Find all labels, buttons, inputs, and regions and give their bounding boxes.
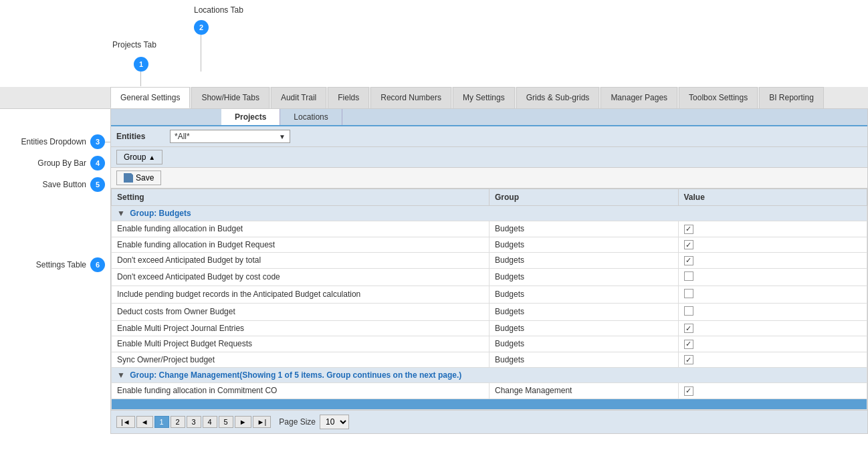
sub-tab-bar: Projects Locations xyxy=(111,109,867,126)
checkbox[interactable] xyxy=(684,340,693,349)
left-labels: Entities Dropdown 3 Group By Bar 4 Save … xyxy=(0,109,110,434)
table-row: Enable Multi Project Journal Entries Bud… xyxy=(112,320,867,336)
setting-cell: Enable funding allocation in Commitment … xyxy=(112,383,490,399)
checkbox[interactable] xyxy=(684,271,693,281)
outer-container: Locations Tab 2 Projects Tab 1 General S… xyxy=(0,0,868,452)
value-cell xyxy=(678,336,867,352)
group-cell: Budgets xyxy=(490,336,679,352)
col-header-value: Value xyxy=(678,189,867,206)
settings-table: Setting Group Value ▼ Group: Budgets xyxy=(111,189,867,410)
group-cell: Budgets xyxy=(490,221,679,237)
page-size-label: Page Size xyxy=(279,417,316,427)
setting-cell: Enable Multi Project Budget Requests xyxy=(112,336,490,352)
setting-cell: Sync Owner/Project budget xyxy=(112,352,490,368)
callout-2-line xyxy=(201,35,201,72)
page-next-btn[interactable]: ► xyxy=(235,416,251,428)
page-1-btn[interactable]: 1 xyxy=(154,416,169,428)
group-arrow-icon: ▲ xyxy=(148,154,155,161)
group-collapse-arrow-cm[interactable]: ▼ xyxy=(117,370,125,380)
main-content-panel: Projects Locations Entities *All* ▼ Grou… xyxy=(110,109,868,434)
tab-record-numbers[interactable]: Record Numbers xyxy=(370,87,451,108)
callout-2: 2 xyxy=(194,20,209,35)
entities-row: Entities *All* ▼ xyxy=(111,126,867,147)
checkbox[interactable] xyxy=(684,324,693,333)
entities-dropdown-annotation: Entities Dropdown xyxy=(21,137,86,146)
page-3-btn[interactable]: 3 xyxy=(187,416,201,428)
group-collapse-arrow[interactable]: ▼ xyxy=(117,209,125,218)
checkbox[interactable] xyxy=(684,386,693,396)
value-cell xyxy=(678,303,867,320)
save-icon xyxy=(124,173,133,183)
checkbox[interactable] xyxy=(684,256,693,265)
page-2-btn[interactable]: 2 xyxy=(171,416,185,428)
setting-cell: Enable Multi Project Journal Entries xyxy=(112,320,490,336)
callout-1: 1 xyxy=(134,57,148,72)
entities-label: Entities xyxy=(116,132,170,141)
value-cell xyxy=(678,268,867,286)
callout-3-line xyxy=(105,142,110,142)
group-budgets-label: Group: Budgets xyxy=(130,209,191,218)
save-button[interactable]: Save xyxy=(116,171,161,185)
checkbox[interactable] xyxy=(684,240,693,249)
tab-grids-sub-grids[interactable]: Grids & Sub-grids xyxy=(516,87,600,108)
top-annotations: Locations Tab 2 Projects Tab 1 xyxy=(0,0,868,87)
pagination-row: |◄ ◄ 1 2 3 4 5 ► ►| Page Size 10 25 50 xyxy=(111,410,867,433)
tab-bi-reporting[interactable]: BI Reporting xyxy=(759,87,824,108)
checkbox[interactable] xyxy=(684,306,693,316)
sub-tab-projects[interactable]: Projects xyxy=(221,109,280,125)
group-cell: Budgets xyxy=(490,352,679,368)
value-cell xyxy=(678,221,867,237)
setting-cell: Enable funding allocation in Budget Requ… xyxy=(112,237,490,253)
group-cell: Budgets xyxy=(490,253,679,269)
value-cell xyxy=(678,383,867,399)
page-last-btn[interactable]: ►| xyxy=(253,416,272,428)
page-first-btn[interactable]: |◄ xyxy=(116,416,135,428)
group-button[interactable]: Group ▲ xyxy=(116,150,162,164)
tab-audit-trail[interactable]: Audit Trail xyxy=(271,87,326,108)
page-5-btn[interactable]: 5 xyxy=(219,416,233,428)
setting-cell: Deduct costs from Owner Budget xyxy=(112,303,490,320)
page-prev-btn[interactable]: ◄ xyxy=(136,416,153,428)
save-button-label: Save xyxy=(136,173,154,183)
content-area: Entities Dropdown 3 Group By Bar 4 Save … xyxy=(0,109,868,434)
checkbox[interactable] xyxy=(684,289,693,298)
table-row: Enable funding allocation in Budget Requ… xyxy=(112,237,867,253)
entities-dropdown[interactable]: *All* ▼ xyxy=(170,130,290,143)
tab-my-settings[interactable]: My Settings xyxy=(453,87,515,108)
value-cell xyxy=(678,286,867,303)
tab-show-hide-tabs[interactable]: Show/Hide Tabs xyxy=(191,87,269,108)
callout-6: 6 xyxy=(90,257,105,272)
group-header-change-management: ▼ Group: Change Management(Showing 1 of … xyxy=(112,368,867,383)
value-cell xyxy=(678,237,867,253)
group-bar: Group ▲ xyxy=(111,147,867,168)
callout-1-line xyxy=(140,72,141,86)
tab-toolbox-settings[interactable]: Toolbox Settings xyxy=(679,87,758,108)
checkbox[interactable] xyxy=(684,225,693,234)
page-size-select[interactable]: 10 25 50 xyxy=(320,415,349,429)
table-row: Deduct costs from Owner Budget Budgets xyxy=(112,303,867,320)
tab-fields[interactable]: Fields xyxy=(328,87,369,108)
setting-cell: Don't exceed Anticipated Budget by cost … xyxy=(112,268,490,286)
sub-tab-locations[interactable]: Locations xyxy=(280,109,342,125)
tab-general-settings[interactable]: General Settings xyxy=(110,87,190,108)
value-cell xyxy=(678,352,867,368)
page-4-btn[interactable]: 4 xyxy=(203,416,217,428)
group-cell: Budgets xyxy=(490,268,679,286)
col-header-setting: Setting xyxy=(112,189,490,206)
highlighted-row xyxy=(112,399,867,409)
locations-tab-annotation-label: Locations Tab xyxy=(194,5,243,15)
group-header-budgets: ▼ Group: Budgets xyxy=(112,206,867,221)
setting-cell: Enable funding allocation in Budget xyxy=(112,221,490,237)
table-row: Enable funding allocation in Commitment … xyxy=(112,383,867,399)
save-row: Save xyxy=(111,168,867,189)
setting-cell: Don't exceed Anticipated Budget by total xyxy=(112,253,490,269)
group-by-bar-annotation: Group By Bar xyxy=(37,158,86,168)
group-cell: Budgets xyxy=(490,303,679,320)
table-row: Sync Owner/Project budget Budgets xyxy=(112,352,867,368)
col-header-group: Group xyxy=(490,189,679,206)
value-cell xyxy=(678,320,867,336)
group-cell: Change Management xyxy=(490,383,679,399)
save-button-annotation: Save Button xyxy=(43,180,86,189)
checkbox[interactable] xyxy=(684,355,693,364)
tab-manager-pages[interactable]: Manager Pages xyxy=(601,87,677,108)
